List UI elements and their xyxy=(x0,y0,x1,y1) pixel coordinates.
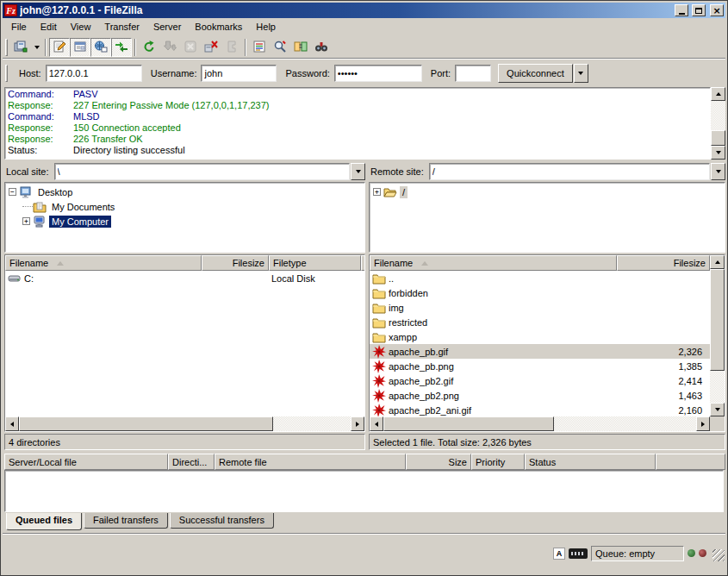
log-line: Command:PASV xyxy=(8,89,710,100)
drive-icon xyxy=(8,272,22,285)
menu-view[interactable]: View xyxy=(64,19,98,34)
column-header-directi-[interactable]: Directi... xyxy=(168,454,215,470)
remote-file-row[interactable]: .. xyxy=(370,271,710,285)
remote-file-row[interactable]: restricted xyxy=(370,315,710,329)
scroll-left-button[interactable] xyxy=(5,416,19,431)
menu-server[interactable]: Server xyxy=(146,19,188,34)
remote-file-row[interactable]: apache_pb.png1,385 xyxy=(370,359,710,373)
tree-item-my-documents[interactable]: My Documents xyxy=(7,199,364,214)
close-button[interactable]: × xyxy=(710,4,724,16)
disconnect-button[interactable] xyxy=(201,38,221,57)
resize-grip[interactable] xyxy=(712,549,725,561)
scrollbar-track[interactable] xyxy=(711,101,725,146)
local-hscrollbar[interactable] xyxy=(5,416,364,431)
menu-file[interactable]: File xyxy=(4,19,34,34)
password-input[interactable] xyxy=(334,65,422,82)
remote-file-row[interactable]: apache_pb2.png1,463 xyxy=(370,388,710,403)
directory-listing-button[interactable] xyxy=(249,38,270,57)
filter-button[interactable] xyxy=(270,38,290,57)
local-status-text: 4 directories xyxy=(9,437,60,448)
minimize-button[interactable] xyxy=(675,4,688,16)
toggle-transfer-queue-button[interactable] xyxy=(111,38,132,57)
remote-site-dropdown-button[interactable] xyxy=(711,163,725,180)
expander-plus-icon[interactable]: + xyxy=(373,188,381,196)
remote-file-row[interactable]: apache_pb2.gif2,414 xyxy=(370,373,710,388)
toggle-log-view-button[interactable] xyxy=(49,38,70,57)
quickconnect-button[interactable]: Quickconnect xyxy=(498,64,573,83)
toggle-local-tree-button[interactable] xyxy=(70,38,90,57)
scroll-right-button[interactable] xyxy=(696,416,710,431)
menu-transfer[interactable]: Transfer xyxy=(97,19,146,34)
title-bar[interactable]: Fz john@127.0.0.1 - FileZilla × xyxy=(3,3,725,18)
scrollbar-track[interactable] xyxy=(383,416,696,431)
scroll-up-button[interactable] xyxy=(711,87,725,101)
tree-item-desktop[interactable]: −Desktop xyxy=(7,185,364,199)
menu-bookmarks[interactable]: Bookmarks xyxy=(188,19,249,34)
local-site-dropdown-button[interactable] xyxy=(351,163,365,180)
scrollbar-thumb[interactable] xyxy=(711,130,725,146)
tab-queued-files[interactable]: Queued files xyxy=(6,513,82,530)
cancel-operation-button[interactable] xyxy=(180,38,201,57)
scrollbar-thumb[interactable] xyxy=(383,416,554,431)
arrow-up-icon xyxy=(716,92,721,96)
local-file-row[interactable]: C:Local Disk xyxy=(5,271,364,285)
site-manager-button[interactable] xyxy=(10,38,31,57)
column-header-remote-file[interactable]: Remote file xyxy=(215,454,406,470)
expander-plus-icon[interactable]: + xyxy=(22,217,30,225)
remote-site-input[interactable] xyxy=(429,163,710,180)
column-header-filename[interactable]: Filename xyxy=(370,255,617,271)
tab-failed-transfers[interactable]: Failed transfers xyxy=(84,513,168,529)
scrollbar-thumb[interactable] xyxy=(19,416,273,431)
directory-comparison-button[interactable] xyxy=(290,38,311,57)
scroll-down-button[interactable] xyxy=(710,403,725,416)
port-input[interactable] xyxy=(455,65,491,82)
column-header-filesize[interactable]: Filesize xyxy=(202,255,269,271)
column-header-priority[interactable]: Priority xyxy=(471,454,525,470)
remote-file-row[interactable]: img xyxy=(370,300,710,315)
scroll-left-button[interactable] xyxy=(370,416,383,431)
log-line-label: Status: xyxy=(8,145,73,156)
tree-item-my-computer[interactable]: +My Computer xyxy=(7,214,364,229)
menu-edit[interactable]: Edit xyxy=(34,19,64,34)
reconnect-button[interactable] xyxy=(221,38,242,57)
tree-item--[interactable]: +/ xyxy=(371,185,725,199)
minimize-icon xyxy=(679,13,685,15)
menu-help[interactable]: Help xyxy=(249,19,283,34)
column-header-filetype[interactable]: Filetype xyxy=(269,255,361,271)
process-queue-button[interactable] xyxy=(159,38,180,57)
column-header-size[interactable]: Size xyxy=(406,454,471,470)
column-header-server-local-file[interactable]: Server/Local file xyxy=(4,454,168,470)
site-manager-dropdown-button[interactable] xyxy=(31,38,42,57)
host-input[interactable] xyxy=(46,65,142,82)
refresh-button[interactable] xyxy=(139,38,159,57)
username-input[interactable] xyxy=(201,65,277,82)
scroll-right-button[interactable] xyxy=(351,416,364,431)
log-scrollbar[interactable] xyxy=(711,87,725,160)
remote-file-row[interactable]: xampp xyxy=(370,329,710,344)
remote-hscrollbar[interactable] xyxy=(370,416,710,431)
local-site-input[interactable] xyxy=(54,163,350,180)
maximize-button[interactable] xyxy=(692,4,706,16)
quickconnect-dropdown-button[interactable] xyxy=(574,64,588,83)
toggle-remote-tree-button[interactable] xyxy=(90,38,111,57)
column-header-label: Filename xyxy=(374,258,413,268)
activity-led-green xyxy=(688,549,695,557)
column-header-status[interactable]: Status xyxy=(525,454,656,470)
remote-file-row[interactable]: apache_pb.gif2,326 xyxy=(370,344,710,359)
find-files-button[interactable] xyxy=(311,38,332,57)
scroll-down-button[interactable] xyxy=(711,146,725,160)
remote-file-row[interactable]: apache_pb2_ani.gif2,160 xyxy=(370,403,710,416)
remote-file-row[interactable]: forbidden xyxy=(370,285,710,300)
remote-panel: Remote site: +/ FilenameFilesize ..forbi… xyxy=(369,162,725,450)
column-header-blank[interactable] xyxy=(656,454,725,470)
expander-minus-icon[interactable]: − xyxy=(9,188,16,196)
scroll-up-button[interactable] xyxy=(710,255,725,269)
column-header-filename[interactable]: Filename xyxy=(5,255,202,271)
remote-vscrollbar[interactable] xyxy=(710,269,725,403)
scrollbar-thumb[interactable] xyxy=(710,269,725,371)
scrollbar-track[interactable] xyxy=(19,416,351,431)
tab-successful-transfers[interactable]: Successful transfers xyxy=(170,513,274,529)
transfer-queue-list[interactable] xyxy=(4,470,724,512)
scrollbar-corner xyxy=(710,416,725,431)
column-header-filesize[interactable]: Filesize xyxy=(617,255,710,271)
